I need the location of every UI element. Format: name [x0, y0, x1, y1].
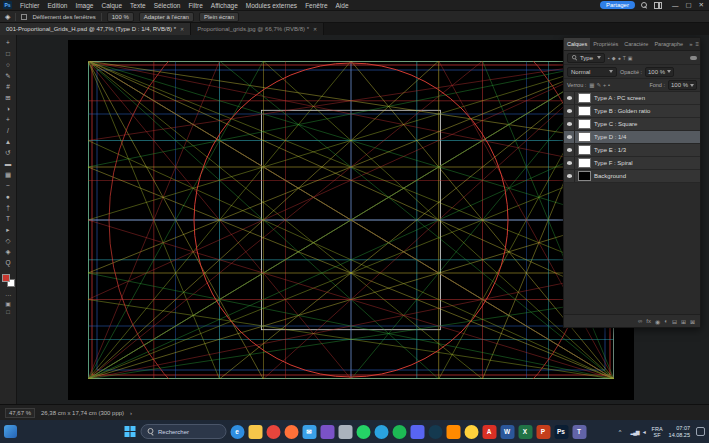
visibility-toggle[interactable] [564, 144, 575, 156]
frame-tool[interactable]: ⊞ [2, 92, 15, 103]
filter-icon-1[interactable]: ◆ [612, 55, 616, 61]
blur-tool[interactable]: ~ [2, 180, 15, 191]
layer-row[interactable]: Type F : Spiral [564, 157, 700, 170]
document-tab[interactable]: Proportional_grids.jpg @ 66,7% (RVB/8) *… [191, 23, 324, 35]
brush-tool[interactable]: / [2, 125, 15, 136]
visibility-toggle[interactable] [564, 105, 575, 117]
close-tab-icon[interactable]: ✕ [313, 26, 317, 32]
crop-tool[interactable]: # [2, 81, 15, 92]
layer-row[interactable]: Type C : Square [564, 118, 700, 131]
filter-icon-3[interactable]: T [623, 55, 626, 61]
taskbar-app-teams[interactable]: T [572, 425, 586, 439]
keyboard-layout[interactable]: FRA SF [652, 426, 663, 438]
visibility-toggle[interactable] [564, 92, 575, 104]
quick-selection-tool[interactable]: ✎ [2, 70, 15, 81]
visibility-toggle[interactable] [564, 170, 575, 182]
history-brush-tool[interactable]: ↺ [2, 147, 15, 158]
status-expander-icon[interactable]: › [130, 410, 132, 416]
new-layer-icon[interactable]: ⊞ [681, 318, 686, 325]
taskbar-app-mail[interactable]: ✉ [302, 425, 316, 439]
taskbar-app-photos[interactable] [320, 425, 334, 439]
menu-item-10[interactable]: Aide [332, 2, 353, 9]
eraser-tool[interactable]: ▬ [2, 158, 15, 169]
panel-menu-icon[interactable]: ≡ [696, 41, 700, 47]
clock[interactable]: 07:07 14.08.25 [669, 425, 690, 438]
layer-thumbnail[interactable] [578, 171, 591, 181]
full-screen-button[interactable]: Plein écran [199, 12, 239, 22]
layer-thumbnail[interactable] [578, 145, 591, 155]
panel-tab-propriétés[interactable]: Propriétés [590, 38, 621, 50]
lock-transparency-icon[interactable]: ▦ [589, 82, 594, 88]
layer-thumbnail[interactable] [578, 119, 591, 129]
layer-thumbnail[interactable] [578, 93, 591, 103]
zoom-100-button[interactable]: 100 % [107, 12, 134, 22]
eyedropper-tool[interactable]: ◑ [2, 103, 15, 114]
layer-effects-icon[interactable]: fx [646, 318, 651, 324]
taskbar-search[interactable]: Rechercher [140, 424, 226, 439]
blend-mode-select[interactable]: Normal [567, 67, 617, 77]
taskbar-app-edge[interactable]: e [230, 425, 244, 439]
taskbar-app-photoshop[interactable]: Ps [554, 425, 568, 439]
workspace-switcher-icon[interactable] [654, 2, 662, 9]
menu-item-8[interactable]: Modules externes [242, 2, 301, 9]
marquee-tool[interactable]: □ [2, 48, 15, 59]
panel-tab-caractère[interactable]: Caractère [621, 38, 651, 50]
path-selection-tool[interactable]: ▸ [2, 224, 15, 235]
notification-center-icon[interactable] [696, 427, 705, 436]
widgets-icon[interactable] [4, 425, 17, 438]
taskbar-app-word[interactable]: W [500, 425, 514, 439]
layer-filter-select[interactable]: Type [567, 53, 605, 63]
layer-group-icon[interactable]: ⊟ [672, 318, 677, 325]
taskbar-app-excel[interactable]: X [518, 425, 532, 439]
shape-tool[interactable]: ◇ [2, 235, 15, 246]
filter-icon-0[interactable]: ▪ [608, 55, 610, 61]
visibility-toggle[interactable] [564, 157, 575, 169]
dodge-tool[interactable]: ● [2, 191, 15, 202]
healing-brush-tool[interactable]: + [2, 114, 15, 125]
clone-stamp-tool[interactable]: ▲ [2, 136, 15, 147]
hand-tool[interactable]: ◈ [2, 246, 15, 257]
layer-mask-icon[interactable]: ◉ [655, 318, 660, 325]
tray-icon-1[interactable]: ◄ [642, 429, 646, 435]
tray-status-icons[interactable]: ▂▄▆◄ [627, 429, 645, 435]
move-tool[interactable]: + [2, 37, 15, 48]
menu-item-6[interactable]: Filtre [184, 2, 206, 9]
layer-row[interactable]: Type B : Golden ratio [564, 105, 700, 118]
foreground-color-swatch[interactable] [2, 274, 10, 282]
lock-all-icon[interactable]: ▪ [608, 82, 610, 88]
type-tool[interactable]: T [2, 213, 15, 224]
filter-icon-4[interactable]: ▣ [628, 55, 633, 61]
visibility-toggle[interactable] [564, 118, 575, 130]
share-button[interactable]: Partager [600, 1, 635, 9]
filter-icon-2[interactable]: ● [618, 55, 621, 61]
layer-thumbnail[interactable] [578, 132, 591, 142]
maximize-button[interactable]: ▢ [685, 1, 691, 9]
tray-icon-0[interactable]: ▂▄▆ [630, 429, 638, 435]
lasso-tool[interactable]: ○ [2, 59, 15, 70]
close-tab-icon[interactable]: ✕ [180, 26, 184, 32]
layer-thumbnail[interactable] [578, 106, 591, 116]
zoom-tool[interactable]: Q [2, 257, 15, 268]
menu-item-4[interactable]: Texte [126, 2, 150, 9]
canvas[interactable] [68, 40, 634, 400]
taskbar-app-whatsapp[interactable] [356, 425, 370, 439]
layer-row[interactable]: Type A : PC screen [564, 92, 700, 105]
visibility-toggle[interactable] [564, 131, 575, 143]
tray-chevron-icon[interactable]: ^ [619, 429, 622, 435]
gradient-tool[interactable]: ▦ [2, 169, 15, 180]
filter-toggle[interactable] [690, 56, 697, 60]
taskbar-app-firefox[interactable] [284, 425, 298, 439]
taskbar-app-powerpoint[interactable]: P [536, 425, 550, 439]
menu-item-0[interactable]: Fichier [16, 2, 44, 9]
delete-layer-icon[interactable]: ⊠ [690, 318, 695, 325]
lock-pixels-icon[interactable]: ✎ [596, 82, 601, 88]
lock-position-icon[interactable]: + [603, 82, 606, 88]
taskbar-app-steam[interactable] [428, 425, 442, 439]
opacity-value[interactable]: 100 % [645, 67, 674, 77]
menu-item-3[interactable]: Calque [97, 2, 126, 9]
screen-mode-icon[interactable]: □ [6, 309, 10, 315]
close-button[interactable]: ✕ [699, 1, 704, 9]
menu-item-1[interactable]: Edition [44, 2, 72, 9]
scroll-all-windows-checkbox[interactable] [21, 14, 27, 20]
taskbar-app-telegram[interactable] [374, 425, 388, 439]
